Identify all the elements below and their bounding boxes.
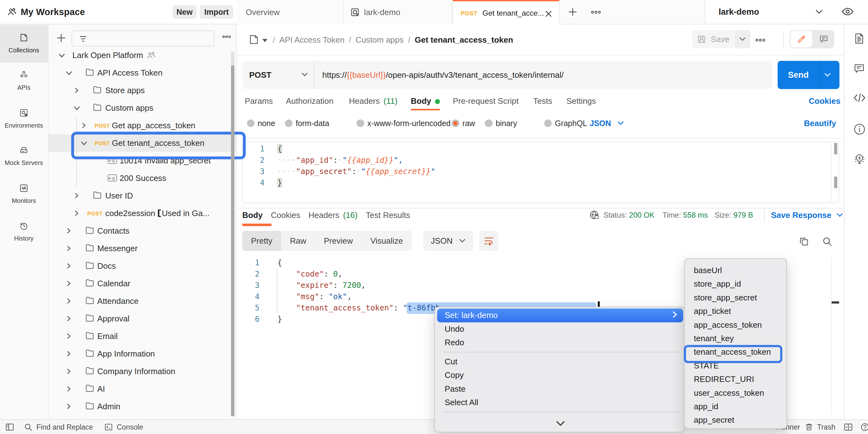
- environment-quick-look-eye-icon[interactable]: [841, 5, 854, 18]
- breadcrumb-item-api-access-token[interactable]: API Access Token: [279, 35, 345, 44]
- submenu-item-redirect-uri[interactable]: REDIRECT_URI: [685, 372, 788, 386]
- send-options-chevron[interactable]: [824, 73, 831, 77]
- tree-item-ai[interactable]: AI: [49, 380, 237, 398]
- chevron-right-icon[interactable]: [66, 281, 71, 286]
- menu-item-select-all[interactable]: Select All: [437, 396, 683, 409]
- request-tab-tests[interactable]: Tests: [533, 96, 552, 106]
- tree-item-docs[interactable]: Docs: [49, 257, 237, 275]
- chevron-right-icon[interactable]: [66, 404, 71, 409]
- tree-item-store-apps[interactable]: Store apps: [49, 81, 237, 99]
- chevron-down-icon[interactable]: [66, 70, 72, 76]
- documentation-icon[interactable]: [853, 33, 865, 44]
- tree-item-attendance[interactable]: Attendance: [49, 292, 237, 310]
- menu-item-copy[interactable]: Copy: [437, 368, 683, 382]
- tree-item-messenger[interactable]: Messenger: [49, 240, 237, 257]
- body-type-raw[interactable]: raw: [452, 116, 475, 130]
- sidebar-add-icon[interactable]: [56, 33, 66, 43]
- copy-response-icon[interactable]: [799, 236, 809, 247]
- tree-item-calendar[interactable]: Calendar: [49, 275, 237, 292]
- body-language-dropdown[interactable]: JSON: [590, 116, 624, 130]
- radio-unselected[interactable]: [544, 120, 552, 127]
- body-type-x-www-form-urlencoded[interactable]: x-www-form-urlencoded: [356, 116, 451, 130]
- tree-item-admin[interactable]: Admin: [49, 398, 237, 415]
- request-tab-params[interactable]: Params: [245, 96, 273, 106]
- chevron-right-icon[interactable]: [66, 228, 71, 234]
- rail-item-environments[interactable]: Environments: [1, 108, 47, 129]
- body-type-form-data[interactable]: form-data: [285, 116, 330, 130]
- view-mode-pretty[interactable]: Pretty: [242, 231, 281, 251]
- tree-item-lark-open-platform[interactable]: Lark Open Platform: [49, 46, 237, 64]
- chevron-right-icon[interactable]: [74, 210, 80, 216]
- submenu-item-app-ticket[interactable]: app_ticket: [685, 304, 788, 318]
- submenu-item-tenant-access-token[interactable]: tenant_access_token: [685, 345, 788, 359]
- menu-item-redo[interactable]: Redo: [437, 336, 683, 349]
- radio-selected[interactable]: [452, 120, 459, 127]
- sidebar-scrollbar[interactable]: [231, 65, 235, 416]
- wrap-lines-button[interactable]: [479, 231, 498, 251]
- tab-options-icon[interactable]: [591, 10, 601, 15]
- console-toggle[interactable]: Console: [104, 420, 143, 434]
- sidebar-more-icon[interactable]: [222, 34, 231, 39]
- chevron-right-icon[interactable]: [74, 193, 80, 199]
- environment-selector[interactable]: lark-demo: [705, 0, 868, 25]
- response-tab-headers[interactable]: Headers(16): [308, 210, 358, 220]
- beautify-link[interactable]: Beautify: [804, 116, 835, 130]
- body-type-graphql[interactable]: GraphQL: [544, 116, 587, 130]
- lightbulb-bolt-icon[interactable]: [853, 153, 866, 166]
- rail-item-monitors[interactable]: Monitors: [1, 183, 47, 204]
- response-format-dropdown[interactable]: JSON: [423, 231, 473, 251]
- tab-request-active[interactable]: POST Get tenant_acce...: [453, 0, 560, 25]
- search-response-icon[interactable]: [822, 236, 833, 247]
- body-type-none[interactable]: none: [247, 116, 275, 130]
- breadcrumb-item-custom-apps[interactable]: Custom apps: [355, 35, 404, 44]
- tree-item-email[interactable]: Email: [49, 327, 237, 345]
- menu-scroll-down-icon[interactable]: [556, 421, 565, 427]
- info-icon[interactable]: [853, 123, 866, 135]
- code-icon[interactable]: [853, 93, 866, 103]
- url-input[interactable]: https://{{baseUrl}}/open-apis/auth/v3/te…: [322, 61, 564, 89]
- chevron-right-icon[interactable]: [66, 333, 71, 339]
- view-mode-preview[interactable]: Preview: [315, 231, 362, 251]
- two-pane-view-icon[interactable]: [843, 420, 853, 434]
- request-tab-body[interactable]: Body: [411, 96, 440, 106]
- request-tab-pre-request-script[interactable]: Pre-request Script: [453, 96, 519, 106]
- submenu-item-store-app-id[interactable]: store_app_id: [685, 277, 788, 291]
- find-and-replace[interactable]: Find and Replace: [24, 420, 93, 434]
- chevron-right-icon[interactable]: [66, 316, 71, 322]
- save-options-chevron[interactable]: [735, 30, 750, 48]
- request-more-actions-icon[interactable]: [755, 38, 765, 43]
- rail-item-history[interactable]: History: [1, 221, 47, 242]
- tree-item-company-information[interactable]: Company Information: [49, 363, 237, 380]
- view-mode-raw[interactable]: Raw: [281, 231, 315, 251]
- tab-close-icon[interactable]: [545, 10, 552, 18]
- submenu-item-tenant-key[interactable]: tenant_key: [685, 332, 788, 345]
- tree-item-approval[interactable]: Approval: [49, 310, 237, 327]
- submenu-item-state[interactable]: STATE: [685, 359, 788, 372]
- chevron-right-icon[interactable]: [66, 351, 71, 357]
- workspace-title[interactable]: My Workspace: [21, 0, 85, 24]
- chevron-right-icon[interactable]: [74, 88, 80, 93]
- menu-item-undo[interactable]: Undo: [437, 322, 683, 336]
- radio-unselected[interactable]: [285, 120, 293, 127]
- response-tab-body[interactable]: Body: [242, 210, 263, 220]
- response-tab-cookies[interactable]: Cookies: [271, 210, 300, 220]
- tree-item-api-access-token[interactable]: API Access Token: [49, 64, 237, 81]
- send-button[interactable]: Send: [778, 61, 839, 89]
- submenu-item-user-access-token[interactable]: user_access_token: [685, 386, 788, 400]
- tree-item-user-id[interactable]: User ID: [49, 187, 237, 204]
- chevron-right-icon[interactable]: [66, 245, 71, 251]
- tree-item-contacts[interactable]: Contacts: [49, 222, 237, 240]
- method-selector[interactable]: POST: [243, 61, 314, 89]
- chevron-right-icon[interactable]: [66, 368, 71, 374]
- tab-overview[interactable]: Overview: [237, 0, 344, 25]
- tree-item-10014-invalid-app-secret[interactable]: e.g.10014 Invalid app_secret: [49, 152, 237, 169]
- chevron-down-icon[interactable]: [74, 105, 80, 111]
- radio-unselected[interactable]: [485, 120, 493, 127]
- tab-environment[interactable]: lark-demo: [344, 0, 453, 25]
- tree-item-app-information[interactable]: App Information: [49, 345, 237, 363]
- response-tab-test-results[interactable]: Test Results: [366, 210, 410, 220]
- new-button[interactable]: New: [173, 5, 196, 19]
- radio-unselected[interactable]: [356, 120, 364, 127]
- sidebar-filter-input[interactable]: [71, 30, 214, 46]
- request-tab-authorization[interactable]: Authorization: [286, 96, 334, 106]
